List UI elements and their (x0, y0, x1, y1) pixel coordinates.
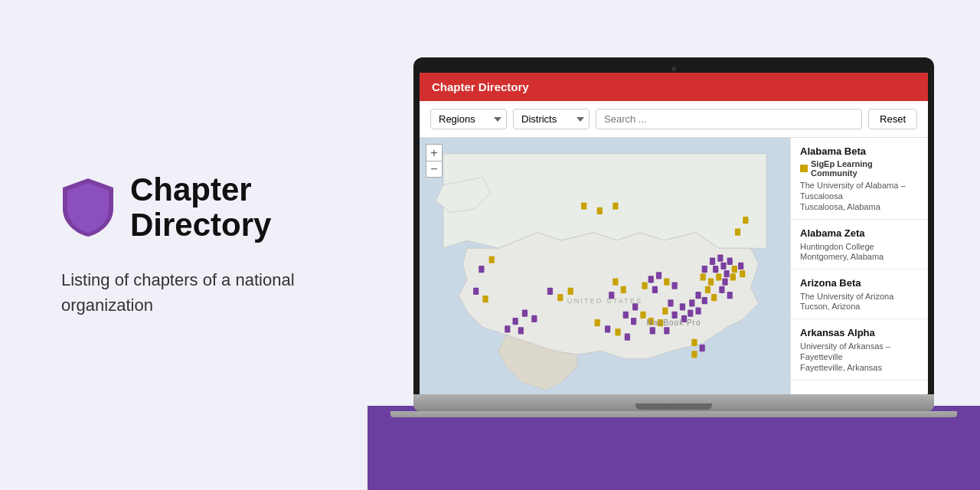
svg-rect-13 (695, 307, 701, 314)
svg-rect-16 (688, 310, 693, 317)
svg-rect-29 (730, 273, 736, 280)
svg-rect-35 (631, 318, 636, 325)
svg-rect-20 (642, 283, 647, 289)
svg-rect-5 (713, 266, 718, 273)
svg-rect-58 (695, 292, 701, 299)
left-panel: Chapter Directory Listing of chapters of… (0, 0, 368, 490)
svg-rect-54 (612, 203, 618, 210)
svg-rect-37 (522, 310, 528, 317)
bottom-band (368, 406, 980, 490)
laptop-screen: Chapter Directory Regions Districts Rese… (413, 57, 934, 394)
svg-rect-34 (640, 312, 645, 318)
svg-rect-46 (621, 286, 626, 293)
laptop-container: Chapter Directory Regions Districts Rese… (390, 57, 957, 417)
svg-rect-50 (473, 288, 479, 295)
page-title: Chapter Directory (130, 172, 271, 243)
laptop-base-bottom (390, 411, 957, 417)
camera-bar (420, 64, 928, 73)
laptop-base (413, 394, 934, 411)
svg-rect-72 (691, 351, 697, 358)
logo-area: Chapter Directory (61, 172, 322, 243)
svg-rect-43 (557, 294, 563, 301)
svg-rect-70 (691, 339, 697, 346)
subtitle: Listing of chapters of a national organi… (61, 267, 306, 318)
svg-rect-52 (581, 203, 586, 210)
svg-rect-66 (595, 319, 600, 326)
svg-rect-71 (700, 345, 705, 351)
svg-rect-55 (743, 217, 748, 224)
badge-dot-0 (800, 165, 808, 172)
svg-rect-53 (597, 207, 603, 214)
search-input[interactable] (596, 109, 862, 129)
chapter-item-2[interactable]: Arizona Beta The University of Arizona T… (791, 270, 928, 319)
svg-rect-24 (708, 278, 714, 285)
zoom-out-button[interactable]: − (426, 161, 443, 178)
laptop-notch (635, 403, 712, 410)
svg-rect-45 (612, 278, 618, 285)
chapter-name-1: Alabama Zeta (800, 227, 919, 239)
chapter-name-2: Arizona Beta (800, 277, 919, 289)
zoom-in-button[interactable]: + (426, 144, 443, 161)
svg-rect-21 (672, 283, 678, 289)
svg-rect-9 (680, 303, 685, 310)
svg-rect-28 (738, 263, 743, 270)
districts-select[interactable]: Districts (513, 109, 590, 129)
chapter-item-0[interactable]: Alabama Beta SigEp Learning Community Th… (791, 138, 928, 220)
svg-rect-39 (531, 315, 537, 322)
svg-rect-11 (672, 312, 678, 318)
svg-rect-41 (518, 327, 524, 334)
chapter-badge-0: SigEp Learning Community (800, 159, 919, 178)
svg-rect-22 (652, 286, 658, 293)
svg-rect-44 (568, 288, 573, 295)
badge-label-0: SigEp Learning Community (811, 159, 919, 178)
chapter-name-0: Alabama Beta (800, 145, 919, 157)
svg-rect-25 (716, 273, 721, 280)
map-controls: + − (426, 144, 443, 178)
svg-rect-27 (732, 266, 737, 273)
svg-rect-49 (479, 266, 484, 273)
svg-rect-4 (717, 254, 723, 261)
chapter-school-3: University of Arkansas – Fayetteville (800, 341, 919, 363)
svg-rect-57 (705, 286, 710, 293)
svg-rect-14 (668, 299, 673, 306)
chapter-item-1[interactable]: Alabama Zeta Huntingdon College Montgome… (791, 220, 928, 270)
svg-rect-7 (727, 258, 733, 265)
chapter-location-2: Tucson, Arizona (800, 302, 919, 311)
chapter-location-1: Montgomery, Alabama (800, 252, 919, 261)
svg-rect-23 (701, 273, 706, 280)
macbook-label: MacBook Pro (646, 318, 701, 327)
svg-rect-67 (605, 325, 610, 332)
chapter-list: Alabama Beta SigEp Learning Community Th… (790, 138, 928, 394)
right-panel: Chapter Directory Regions Districts Rese… (368, 0, 980, 490)
regions-select[interactable]: Regions (430, 109, 507, 129)
svg-rect-42 (547, 288, 553, 295)
reset-button[interactable]: Reset (868, 109, 917, 129)
svg-rect-68 (615, 328, 620, 335)
chapter-school-1: Huntingdon College (800, 241, 919, 252)
svg-rect-65 (664, 327, 669, 334)
svg-rect-3 (710, 258, 715, 265)
svg-rect-30 (740, 270, 745, 277)
svg-rect-59 (702, 297, 707, 304)
app-header: Chapter Directory (420, 73, 928, 101)
svg-rect-33 (623, 312, 629, 318)
svg-rect-60 (711, 294, 717, 301)
svg-rect-18 (656, 272, 662, 279)
svg-rect-51 (482, 296, 488, 302)
svg-rect-6 (720, 263, 726, 270)
svg-rect-64 (650, 327, 655, 334)
chapter-name-3: Arkansas Alpha (800, 327, 919, 338)
map-svg: UNITED STATES (420, 138, 790, 394)
svg-text:UNITED STATES: UNITED STATES (567, 297, 642, 305)
svg-rect-26 (724, 270, 729, 277)
screen-content: Chapter Directory Regions Districts Rese… (420, 73, 928, 394)
svg-rect-62 (727, 292, 733, 299)
svg-rect-15 (662, 307, 668, 314)
svg-rect-47 (609, 292, 614, 299)
svg-rect-10 (689, 299, 694, 306)
chapter-item-3[interactable]: Arkansas Alpha University of Arkansas – … (791, 319, 928, 381)
map-area: + − (420, 138, 790, 394)
chapter-location-0: Tuscaloosa, Alabama (800, 202, 919, 211)
svg-rect-8 (702, 266, 707, 273)
camera-dot (671, 67, 676, 71)
